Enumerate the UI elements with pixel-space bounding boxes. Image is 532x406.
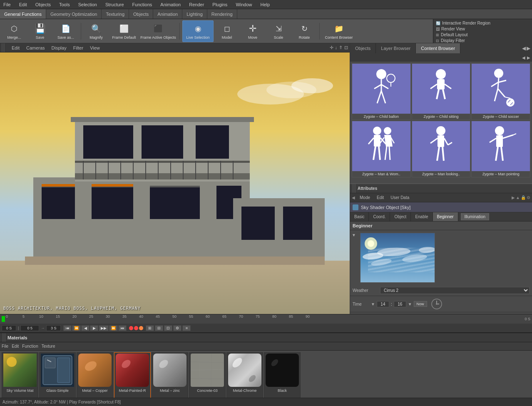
tl-options-3[interactable]: ⊡ [164, 325, 172, 331]
vp-expand-icon[interactable]: ⊡ [344, 45, 348, 50]
attr-gear-icon[interactable]: ⚙ [527, 195, 530, 200]
menu-render[interactable]: Render [187, 1, 206, 8]
tl-options-4[interactable]: ⚙ [173, 325, 181, 331]
tl-start-time[interactable] [2, 325, 16, 331]
menu-structure[interactable]: Structure [104, 1, 126, 8]
mat-function[interactable]: Function [22, 344, 38, 349]
save-button[interactable]: 💾 Save [27, 20, 52, 42]
vp-edit[interactable]: Edit [10, 45, 21, 51]
record-btn-3[interactable] [139, 326, 143, 330]
attr-object-tab[interactable]: Object [390, 212, 411, 221]
attr-up-icon[interactable]: ▲ [516, 195, 520, 200]
tl-next[interactable]: ▶▶ [99, 325, 109, 331]
vp-camera-icon[interactable]: ⇑ [339, 45, 343, 50]
attr-mode-tab[interactable]: Mode [357, 194, 373, 201]
cb-back-icon[interactable]: ◀ [522, 55, 525, 60]
tab-texturing[interactable]: Texturing [102, 9, 129, 19]
magnify-button[interactable]: 🔍 Magnify [84, 20, 109, 42]
weather-dropdown[interactable]: Cirrus 2 [380, 287, 530, 294]
tab-objects[interactable]: Objects [129, 9, 153, 19]
rotate-button[interactable]: ↻ Rotate [292, 20, 317, 42]
model-button[interactable]: ◻ Model [214, 20, 239, 42]
tab-content-browser[interactable]: Content Browser [416, 43, 460, 53]
menu-objects[interactable]: Objects [34, 1, 52, 8]
interactive-render-row[interactable]: 🔄 Interactive Render Region [436, 21, 530, 25]
cb-forward-icon[interactable]: ▶ [527, 55, 530, 60]
mat-texture[interactable]: Texture [42, 344, 55, 349]
default-layout-row[interactable]: ⊞ Default Layout [436, 32, 530, 37]
tl-jump-start[interactable]: ⏮ [63, 325, 72, 331]
tl-frame-input[interactable] [20, 325, 39, 331]
menu-edit[interactable]: Edit [17, 1, 29, 8]
attr-beginner-tab[interactable]: Beginner [433, 212, 458, 221]
tl-options-2[interactable]: ⊟ [155, 325, 163, 331]
live-selection-button[interactable]: ◉ Live Selection [182, 20, 214, 42]
mat-glass-simple[interactable]: Glass-Simple [39, 352, 76, 401]
thumbnail-man-woman[interactable]: Zygote – Man & Wom.. [352, 121, 411, 177]
now-button[interactable]: Now [414, 301, 427, 307]
vp-arrow-icon[interactable]: ↓ [335, 45, 338, 50]
mat-chrome[interactable]: Metal-Chrome [226, 352, 263, 401]
tl-jump-end[interactable]: ⏭ [118, 325, 127, 331]
tl-prev[interactable]: ◀ [81, 325, 89, 331]
mat-sky-volume[interactable]: Sky Volume Mat [2, 352, 38, 401]
thumbnail-child-ballon[interactable]: Zygote – Child ballon [352, 63, 411, 120]
mat-copper[interactable]: Metal – Copper [77, 352, 113, 401]
tab-rendering[interactable]: Rendering [207, 9, 237, 19]
attr-arrow-left[interactable]: ◀ [352, 195, 355, 200]
tl-next-frame[interactable]: ⏩ [109, 325, 118, 331]
menu-animation[interactable]: Animation [159, 1, 182, 8]
move-button[interactable]: ✛ Move [240, 20, 265, 42]
menu-plugins[interactable]: Plugins [211, 1, 229, 8]
vp-move-icon[interactable]: ✛ [330, 45, 333, 50]
menu-help[interactable]: Help [259, 1, 272, 8]
content-browser-button[interactable]: 📁 Content Browser [322, 20, 355, 42]
time-hour[interactable] [377, 301, 389, 307]
attr-enable-tab[interactable]: Enable [411, 212, 433, 221]
panel-collapse-left[interactable]: ◀ [522, 45, 526, 51]
mat-file[interactable]: File [2, 344, 8, 349]
mat-edit[interactable]: Edit [12, 344, 19, 349]
tl-end-frame[interactable] [46, 325, 61, 331]
tab-geometry-optimization[interactable]: Geometry Optimization [46, 9, 102, 19]
tl-prev-frame[interactable]: ⏪ [72, 325, 81, 331]
record-btn-1[interactable] [129, 326, 133, 330]
mat-painted-r[interactable]: Metal-Painted-R [114, 352, 151, 401]
attr-arrow-right[interactable]: ▶ [512, 195, 515, 200]
time-min-arrow[interactable]: ▼ [408, 302, 412, 306]
time-minute[interactable] [394, 301, 406, 307]
tab-objects[interactable]: Objects [350, 43, 376, 53]
record-btn-2[interactable] [134, 326, 138, 330]
tab-layer-browser[interactable]: Layer Browser [376, 43, 416, 53]
attr-illumination-tab[interactable]: Illumination [461, 213, 490, 220]
vp-display[interactable]: Display [50, 45, 68, 51]
thumbnail-man-pointing[interactable]: Zygote – Man pointing [471, 121, 530, 177]
mat-concrete[interactable]: Concrete-03 [189, 352, 226, 401]
tab-lighting[interactable]: Lighting [182, 9, 207, 19]
tl-play[interactable]: ▶ [90, 325, 98, 331]
frame-default-button[interactable]: ⬜ Frame Default [109, 20, 139, 42]
attr-lock-icon[interactable]: 🔒 [521, 195, 526, 200]
thumbnail-child-sitting[interactable]: Zygote – Child sitting [412, 63, 471, 120]
tl-options-1[interactable]: ⊞ [146, 325, 154, 331]
merge-button[interactable]: ⬡ Merge... [2, 20, 27, 42]
tab-general-functions[interactable]: General Functions [0, 9, 46, 19]
scale-button[interactable]: ⇲ Scale [266, 20, 291, 42]
save-as-button[interactable]: 📄 Save as... [53, 20, 78, 42]
render-view-row[interactable]: 🖼 Render View [436, 27, 530, 31]
attr-basic-tab[interactable]: Basic [350, 212, 369, 221]
tl-scroll[interactable]: ≡ [182, 325, 191, 331]
attr-edit-tab[interactable]: Edit [374, 194, 387, 201]
menu-selection[interactable]: Selection [77, 1, 99, 8]
vp-filter[interactable]: Filter [72, 45, 85, 51]
time-arrow[interactable]: ▼ [371, 302, 375, 306]
expand-arrow-icon[interactable]: ▼ [352, 233, 356, 237]
menu-functions[interactable]: Functions [131, 1, 154, 8]
menu-tools[interactable]: Tools [57, 1, 72, 8]
mat-zinc[interactable]: Metal – zinc [152, 352, 188, 401]
tab-animation[interactable]: Animation [153, 9, 182, 19]
sky-preview[interactable] [360, 233, 435, 283]
menu-window[interactable]: Window [234, 1, 254, 8]
viewport-render[interactable]: BOSS ARCHITEKTUR, MARIO BOSS, LAUPHEIM, … [0, 52, 350, 314]
thumbnail-man-looking[interactable]: Zygote – Man looking.. [412, 121, 471, 177]
